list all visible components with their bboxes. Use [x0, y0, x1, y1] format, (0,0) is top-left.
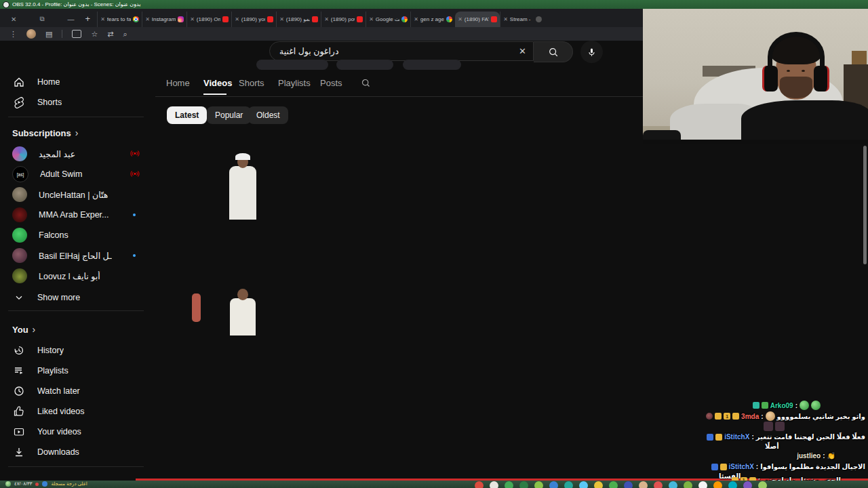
taskbar-icons[interactable] — [475, 481, 767, 488]
sidebar-item-history[interactable]: History — [0, 342, 149, 359]
subscriptions-header[interactable]: Subscriptions› — [12, 127, 78, 138]
chat-username[interactable]: 3mda — [741, 413, 759, 420]
toolbar-divider — [62, 30, 62, 38]
you-header[interactable]: You› — [12, 324, 35, 335]
browser-tab[interactable]: ✕(1890) power rang — [321, 12, 366, 27]
taskbar-app-icon[interactable] — [698, 481, 707, 488]
channel-tab-home[interactable]: Home — [166, 78, 190, 88]
tab-close-icon[interactable]: ✕ — [324, 16, 329, 22]
tab-close-icon[interactable]: ✕ — [414, 16, 418, 22]
channel-tab-playlists[interactable]: Playlists — [278, 78, 311, 88]
window-close-icon[interactable]: ✕ — [11, 16, 16, 23]
sidebar-item-liked-videos[interactable]: Liked videos — [0, 403, 149, 420]
reading-list-icon[interactable]: ▤ — [45, 30, 52, 38]
chevron-right-icon: › — [33, 324, 36, 335]
sidebar-item-watch-later[interactable]: Watch later — [0, 382, 149, 400]
browser-tab[interactable]: ✕fears to fathom wo — [97, 12, 142, 27]
browser-tab[interactable]: ✕gen z age - بحث Go — [410, 12, 455, 27]
toolbar-search-icon[interactable]: ⌕ — [123, 30, 127, 38]
tab-close-icon[interactable]: ✕ — [369, 16, 374, 22]
chat-username[interactable]: iStitchX — [729, 463, 754, 470]
weather-icon[interactable] — [5, 481, 11, 487]
filter-chip-popular[interactable]: Popular — [207, 106, 251, 124]
taskbar-app-icon[interactable] — [519, 481, 528, 488]
taskbar-app-icon[interactable] — [609, 481, 618, 488]
channel-tab-shorts[interactable]: Shorts — [239, 78, 264, 88]
sidebar-subscription[interactable]: Basil ElHaj ـل الحاج — [0, 247, 149, 264]
channel-avatar — [12, 207, 27, 222]
sidebar-subscription[interactable]: UncleHattan | هتّان — [0, 186, 149, 203]
channel-tab-posts[interactable]: Posts — [320, 78, 342, 88]
taskbar-app-icon[interactable] — [684, 481, 692, 488]
sidebar-item-downloads[interactable]: Downloads — [0, 443, 149, 461]
taskbar-app-icon[interactable] — [639, 481, 648, 488]
chat-username[interactable]: Arko09 — [770, 402, 793, 409]
sidebar-subscription[interactable]: [as] Adult Swim — [0, 165, 149, 183]
taskbar-app-icon[interactable] — [728, 481, 737, 488]
taskbar-app-icon[interactable] — [475, 481, 484, 488]
tab-close-icon[interactable]: ✕ — [458, 16, 462, 22]
sidebar-subscription[interactable]: عبد المجيد — [0, 145, 149, 163]
sidebar-subscription[interactable]: MMA Arab Exper... — [0, 206, 149, 224]
extensions-icon[interactable] — [72, 30, 81, 38]
taskbar-app-icon[interactable] — [579, 481, 588, 488]
tab-close-icon[interactable]: ✕ — [279, 16, 284, 22]
chat-message: Arko09 : — [651, 401, 868, 410]
browser-tab-active[interactable]: ✕(1890) FATMAN || — [455, 12, 500, 27]
sidebar-item-shorts[interactable]: Shorts — [0, 94, 149, 111]
sidebar-item-your-videos[interactable]: Your videos — [0, 423, 149, 441]
new-tab-button[interactable]: + — [84, 14, 98, 27]
browser-tab[interactable]: ✕(1890) Omani gove — [186, 12, 231, 27]
tab-close-icon[interactable]: ✕ — [100, 16, 105, 22]
sidebar-item-home[interactable]: Home — [0, 73, 149, 91]
browser-tab[interactable]: ✕Stream - — [500, 12, 545, 27]
window-restore-icon[interactable]: ⧉ — [39, 15, 44, 23]
search-input[interactable]: دراغون بول اغنية ✕ — [269, 41, 534, 61]
tab-close-icon[interactable]: ✕ — [235, 16, 239, 22]
page-scrollbar[interactable] — [863, 146, 867, 264]
browser-profile-avatar[interactable] — [26, 29, 36, 39]
taskbar-app-icon[interactable] — [534, 481, 543, 488]
taskbar-app-icon[interactable] — [549, 481, 558, 488]
tab-close-icon[interactable]: ✕ — [190, 16, 195, 22]
tab-close-icon[interactable]: ✕ — [145, 16, 150, 22]
tab-close-icon[interactable]: ✕ — [503, 16, 508, 22]
bookmark-star-icon[interactable]: ☆ — [91, 30, 98, 38]
taskbar-app-icon[interactable] — [713, 481, 722, 488]
taskbar-app-icon[interactable] — [564, 481, 573, 488]
tab-switch-icon[interactable]: ⇄ — [107, 30, 113, 38]
browser-menu-icon[interactable]: ⋮ — [9, 30, 17, 38]
sidebar-show-more[interactable]: Show more — [0, 289, 149, 306]
search-button[interactable] — [534, 41, 573, 62]
taskbar: ٤٧/٠٨/٣٣ اعلى درجة مسجلة — [0, 481, 868, 488]
filter-chip-latest[interactable]: Latest — [167, 106, 207, 124]
taskbar-app-icon[interactable] — [505, 481, 513, 488]
chat-overlay: Arko09 : 1 3mda : واثو بخير شاتيي بسلموو… — [651, 396, 868, 481]
taskbar-app-icon[interactable] — [594, 481, 603, 488]
taskbar-app-icon[interactable] — [654, 481, 663, 488]
your-videos-icon — [12, 425, 26, 439]
taskbar-app-icon[interactable] — [42, 481, 47, 487]
filter-chip-oldest[interactable]: Oldest — [248, 106, 288, 124]
channel-tab-videos[interactable]: Videos — [203, 78, 232, 88]
clear-search-icon[interactable]: ✕ — [519, 46, 526, 56]
channel-search-icon[interactable] — [361, 78, 371, 88]
voice-search-button[interactable] — [580, 41, 603, 63]
browser-tab[interactable]: ✕Instagram - القصص — [142, 12, 186, 27]
taskbar-app-icon[interactable] — [758, 481, 767, 488]
taskbar-app-icon[interactable] — [743, 481, 752, 488]
chat-username[interactable]: justlieo — [797, 452, 821, 460]
taskbar-app-icon[interactable] — [624, 481, 633, 488]
sidebar-item-playlists[interactable]: Playlists — [0, 362, 149, 380]
taskbar-app-icon[interactable] — [669, 481, 677, 488]
taskbar-app-icon[interactable] — [490, 481, 498, 488]
crown-badge-icon — [720, 464, 727, 470]
chat-username[interactable]: iStitchX — [724, 433, 749, 441]
browser-tab[interactable]: ✕(1890) you laugh, y — [231, 12, 276, 27]
browser-tab[interactable]: ✕Google ترجمة - بحث — [366, 12, 410, 27]
youtube-favicon — [267, 16, 273, 22]
sidebar-subscription[interactable]: Falcons — [0, 226, 149, 244]
sidebar-subscription[interactable]: Loovuz l أبو نايف — [0, 267, 149, 285]
window-minimize-icon[interactable]: — — [68, 16, 75, 23]
browser-tab[interactable]: ✕(1890) سيد - هاجمو — [276, 12, 321, 27]
